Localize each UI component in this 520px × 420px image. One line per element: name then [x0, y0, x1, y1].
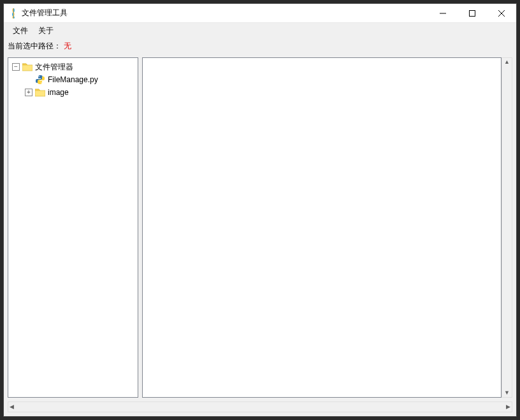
tree-children: FileManage.py + image [10, 73, 136, 99]
folder-icon [22, 62, 32, 72]
main-area: − 文件管理器 [4, 54, 516, 402]
tree-root-label: 文件管理器 [35, 62, 73, 73]
menu-about[interactable]: 关于 [33, 24, 59, 38]
minimize-button[interactable] [428, 4, 458, 22]
scroll-up-icon[interactable]: ▲ [504, 59, 510, 65]
maximize-button[interactable] [458, 4, 487, 22]
close-button[interactable] [487, 4, 516, 22]
expand-icon[interactable]: + [25, 89, 32, 96]
tree-item-label: FileManage.py [48, 75, 98, 84]
window-controls [428, 4, 516, 22]
tree-root-node[interactable]: − 文件管理器 [10, 61, 136, 73]
vertical-scrollbar[interactable]: ▲ ▼ [502, 57, 512, 398]
tree-panel[interactable]: − 文件管理器 [8, 57, 138, 398]
window-title: 文件管理工具 [22, 8, 68, 18]
app-window: 文件管理工具 文件 关于 当前选中路径： 无 − [3, 3, 517, 417]
content-panel: ▲ ▼ [142, 57, 512, 398]
scroll-right-icon[interactable]: ▶ [506, 404, 510, 410]
menubar: 文件 关于 [4, 23, 516, 38]
svg-point-4 [38, 76, 40, 77]
folder-icon [35, 87, 45, 98]
app-icon [9, 8, 18, 18]
titlebar-left: 文件管理工具 [4, 8, 68, 18]
path-value: 无 [64, 41, 71, 52]
svg-point-5 [41, 82, 42, 83]
path-label: 当前选中路径： [8, 41, 61, 52]
horizontal-scrollbar[interactable]: ◀ ▶ [8, 402, 512, 412]
scroll-left-icon[interactable]: ◀ [10, 404, 14, 410]
tree-item-folder[interactable]: + image [22, 86, 136, 99]
content-text-area[interactable] [142, 57, 502, 398]
tree-item-label: image [48, 88, 69, 97]
scroll-down-icon[interactable]: ▼ [504, 390, 510, 396]
pathbar: 当前选中路径： 无 [4, 38, 516, 54]
collapse-icon[interactable]: − [12, 63, 20, 71]
menu-file[interactable]: 文件 [8, 24, 33, 38]
svg-rect-1 [470, 10, 475, 16]
titlebar: 文件管理工具 [4, 4, 516, 23]
tree-item-file[interactable]: FileManage.py [22, 73, 136, 86]
python-file-icon [35, 75, 45, 85]
